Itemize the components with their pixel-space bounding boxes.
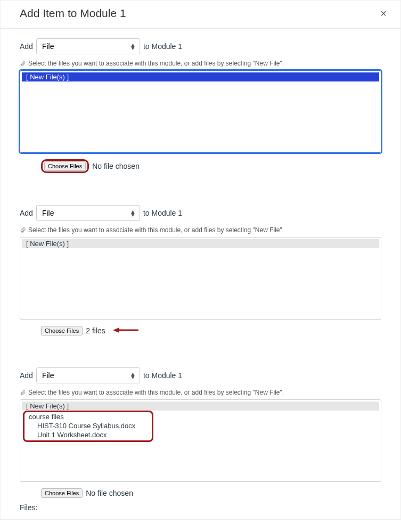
add-label: Add: [20, 42, 33, 51]
paperclip-icon: [20, 227, 26, 233]
svg-marker-1: [113, 328, 119, 333]
help-text: Select the files you want to associate w…: [28, 60, 284, 67]
paperclip-icon: [20, 389, 26, 396]
annotation-circle: course files HIST-310 Course Syllabus.do…: [23, 411, 153, 442]
modal-title: Add Item to Module 1: [20, 7, 126, 20]
file-list-box[interactable]: [ New File(s) ]: [20, 70, 381, 153]
file-option[interactable]: Unit 1 Worksheet.docx: [26, 430, 151, 439]
file-chosen-status: 2 files: [86, 326, 105, 335]
choose-files-button[interactable]: Choose Files: [41, 488, 83, 498]
new-file-option[interactable]: [ New File(s) ]: [22, 402, 379, 411]
choose-files-button[interactable]: Choose Files: [44, 161, 86, 171]
new-file-option[interactable]: [ New File(s) ]: [22, 239, 379, 248]
help-text: Select the files you want to associate w…: [28, 226, 284, 234]
to-module-label: to Module 1: [143, 371, 182, 380]
files-label: Files:: [20, 503, 381, 512]
choose-files-button[interactable]: Choose Files: [41, 326, 83, 335]
help-text: Select the files you want to associate w…: [28, 389, 284, 396]
add-label: Add: [20, 371, 33, 380]
close-button[interactable]: ×: [377, 7, 390, 20]
item-type-select[interactable]: File: [36, 367, 140, 383]
file-list-box[interactable]: [ New File(s) ]: [20, 237, 381, 320]
file-chosen-status: No file chosen: [86, 489, 133, 497]
add-label: Add: [20, 209, 33, 217]
paperclip-icon: [20, 60, 26, 67]
annotation-circle: Choose Files: [41, 159, 89, 173]
file-chosen-status: No file chosen: [92, 162, 140, 170]
item-type-select[interactable]: File: [36, 205, 140, 221]
item-type-select[interactable]: File: [36, 38, 140, 54]
to-module-label: to Module 1: [143, 42, 182, 51]
file-list-box[interactable]: [ New File(s) ] course files HIST-310 Co…: [20, 399, 381, 482]
file-group-label: course files: [26, 412, 151, 421]
new-file-option[interactable]: [ New File(s) ]: [22, 72, 379, 81]
to-module-label: to Module 1: [143, 209, 182, 217]
file-option[interactable]: HIST-310 Course Syllabus.docx: [26, 421, 151, 430]
annotation-arrow: [113, 326, 138, 335]
